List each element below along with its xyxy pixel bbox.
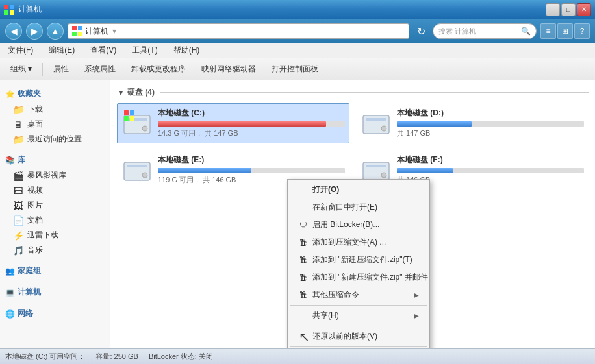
library-icon: 📚 [5, 156, 15, 165]
ctx-open[interactable]: 打开(O) [288, 181, 429, 199]
sidebar-item-download-label: 下载 [27, 104, 43, 115]
svg-rect-3 [10, 10, 14, 15]
ctx-add-zip-email[interactable]: 🗜 添加到 "新建压缩文件.zip" 并邮件 [288, 269, 429, 286]
ctx-add-zip[interactable]: 🗜 添加到压缩文件(A) ... [288, 234, 429, 251]
windows-icon [4, 5, 14, 15]
up-button[interactable]: ▲ [47, 23, 64, 40]
sidebar-section-computer: 💻 计算机 [0, 284, 110, 300]
status-text-1: 本地磁盘 (C:) 可用空间： [5, 352, 85, 361]
sidebar-item-videos[interactable]: 🎞 视频 [0, 183, 110, 198]
sidebar-header-homegroup[interactable]: 👥 家庭组 [0, 263, 110, 279]
address-arrow: ▾ [112, 27, 116, 36]
computer-icon: 💻 [5, 288, 15, 297]
svg-rect-19 [127, 165, 147, 167]
menu-help[interactable]: 帮助(H) [171, 43, 203, 57]
library-label: 库 [18, 154, 25, 165]
ctx-open-new-window[interactable]: 在新窗口中打开(E) [288, 199, 429, 216]
ctx-add-new-zip[interactable]: 🗜 添加到 "新建压缩文件.zip"(T) [288, 251, 429, 269]
disk-c[interactable]: 本地磁盘 (C:) 14.3 G 可用， 共 147 GB [117, 103, 349, 143]
menu-view[interactable]: 查看(V) [88, 43, 119, 57]
nav-bar: ◀ ▶ ▲ 计算机 ▾ ↻ 搜索 计算机 🔍 ≡ ⊞ ? [0, 19, 595, 43]
download-icon: 📁 [13, 104, 23, 115]
ctx-add-zip-email-icon: 🗜 [298, 273, 309, 283]
ctx-share-icon [298, 311, 309, 321]
view-buttons: ≡ ⊞ ? [540, 23, 590, 39]
network-icon: 🌐 [5, 309, 15, 319]
disk-e-bar-fill [158, 168, 251, 173]
refresh-button[interactable]: ↻ [413, 23, 429, 39]
menu-bar: 文件(F) 编辑(E) 查看(V) 工具(T) 帮助(H) [0, 43, 595, 58]
disk-e-bar-bg [158, 168, 345, 173]
svg-rect-12 [130, 110, 134, 115]
ctx-restore[interactable]: 还原以前的版本(V) [288, 328, 429, 345]
sidebar-item-download[interactable]: 📁 下载 [0, 102, 110, 117]
svg-rect-7 [78, 32, 82, 36]
disk-d-icon [361, 108, 392, 139]
sidebar-item-desktop[interactable]: 🖥 桌面 [0, 117, 110, 132]
disk-c-bar-bg [158, 121, 345, 127]
sidebar-item-video-lib[interactable]: 🎬 暴风影视库 [0, 168, 110, 183]
address-bar[interactable]: 计算机 ▾ [68, 23, 409, 39]
toolbar-uninstall[interactable]: 卸载或更改程序 [126, 61, 191, 77]
menu-tools[interactable]: 工具(T) [129, 43, 160, 57]
status-bar: 本地磁盘 (C:) 可用空间： 容量: 250 GB BitLocker 状态:… [0, 348, 595, 364]
toolbar-system-properties[interactable]: 系统属性 [79, 61, 121, 77]
sidebar-header-library[interactable]: 📚 库 [0, 152, 110, 168]
toolbar-sep-1 [42, 63, 43, 76]
sidebar-item-video-lib-label: 暴风影视库 [27, 170, 66, 181]
disk-e-svg [121, 154, 153, 186]
sidebar-header-computer[interactable]: 💻 计算机 [0, 284, 110, 300]
sidebar-item-recent[interactable]: 📁 最近访问的位置 [0, 132, 110, 147]
ctx-other-compress-arrow: ▶ [414, 291, 419, 298]
content-area: ▼ 硬盘 (4) [110, 80, 595, 348]
toolbar-map-drive[interactable]: 映射网络驱动器 [196, 61, 261, 77]
toolbar-organize[interactable]: 组织 ▾ [5, 61, 37, 77]
svg-rect-11 [124, 110, 129, 115]
svg-rect-1 [10, 5, 14, 9]
disk-d-bar-bg [397, 121, 584, 127]
svg-rect-13 [124, 116, 129, 121]
disk-f-bar-fill [397, 168, 453, 173]
ctx-other-compress[interactable]: 🗜 其他压缩命令 ▶ [288, 286, 429, 304]
toolbar-properties[interactable]: 属性 [48, 61, 74, 77]
sidebar-header-network[interactable]: 🌐 网络 [0, 306, 110, 322]
sidebar-item-pictures[interactable]: 🖼 图片 [0, 198, 110, 213]
sidebar-header-favorites[interactable]: ⭐ 收藏夹 [0, 86, 110, 102]
ctx-share[interactable]: 共享(H) ▶ [288, 307, 429, 324]
video-lib-icon: 🎬 [13, 171, 23, 181]
sidebar-item-docs[interactable]: 📄 文档 [0, 213, 110, 228]
ctx-add-zip-icon: 🗜 [298, 237, 309, 248]
sidebar-item-music[interactable]: 🎵 音乐 [0, 243, 110, 258]
music-icon: 🎵 [13, 245, 23, 256]
menu-file[interactable]: 文件(F) [5, 43, 36, 57]
favorites-label: 收藏夹 [18, 88, 41, 99]
ctx-bitlocker[interactable]: 🛡 启用 BitLocker(B)... [288, 216, 429, 234]
sidebar-section-homegroup: 👥 家庭组 [0, 263, 110, 279]
close-button[interactable]: ✕ [577, 3, 591, 16]
view-list-button[interactable]: ≡ [540, 23, 556, 39]
ctx-sep-3 [290, 346, 427, 347]
address-windows-icon [72, 26, 82, 36]
disk-d-name: 本地磁盘 (D:) [397, 108, 584, 119]
disk-f-bar-bg [397, 168, 584, 173]
search-bar[interactable]: 搜索 计算机 🔍 [433, 23, 537, 39]
ctx-open-icon [298, 185, 309, 195]
view-grid-button[interactable]: ⊞ [557, 23, 573, 39]
status-item-2: 容量: 250 GB [95, 352, 138, 361]
svg-rect-2 [4, 10, 8, 15]
disk-d[interactable]: 本地磁盘 (D:) 共 147 GB [356, 103, 589, 143]
desktop-icon: 🖥 [13, 119, 23, 130]
forward-button[interactable]: ▶ [26, 23, 43, 40]
minimize-button[interactable]: — [546, 3, 560, 16]
maximize-button[interactable]: □ [561, 3, 576, 16]
sidebar-item-music-label: 音乐 [27, 245, 43, 256]
help-button[interactable]: ? [574, 23, 590, 39]
ctx-new-window-icon [298, 202, 309, 213]
search-icon: 🔍 [521, 27, 531, 36]
back-button[interactable]: ◀ [5, 23, 22, 40]
ctx-restore-icon [298, 332, 309, 342]
toolbar-control-panel[interactable]: 打开控制面板 [266, 61, 323, 77]
sidebar-item-thunder[interactable]: ⚡ 迅雷下载 [0, 228, 110, 243]
menu-edit[interactable]: 编辑(E) [46, 43, 77, 57]
svg-rect-0 [4, 5, 8, 9]
